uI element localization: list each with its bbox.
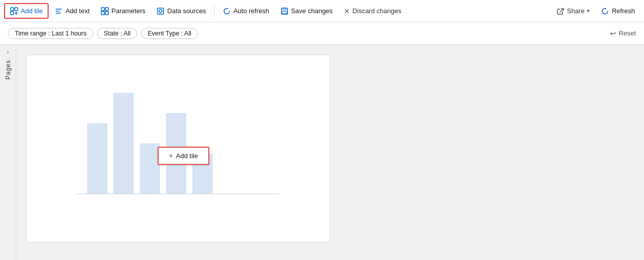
main-area: › Pages + Add tile — [0, 45, 644, 260]
auto-refresh-button[interactable]: Auto refresh — [218, 4, 274, 18]
auto-refresh-label: Auto refresh — [233, 7, 269, 15]
filter-bar: Time range : Last 1 hours State : All Ev… — [0, 22, 644, 45]
pages-label: Pages — [5, 60, 12, 80]
refresh-button[interactable]: Refresh — [596, 4, 640, 18]
share-icon — [556, 7, 565, 15]
reset-icon: ↩ — [610, 29, 616, 38]
state-label: State : All — [104, 30, 131, 37]
add-tile-overlay-button[interactable]: + Add tile — [157, 146, 209, 165]
separator-1 — [214, 5, 215, 17]
event-type-label: Event Type : All — [148, 30, 191, 37]
add-text-icon — [55, 7, 63, 15]
time-range-filter[interactable]: Time range : Last 1 hours — [8, 28, 93, 39]
dashboard-tile: + Add tile — [26, 55, 330, 242]
pages-side-panel[interactable]: › Pages — [0, 45, 16, 260]
add-tile-overlay-label: Add tile — [176, 152, 198, 160]
time-range-label: Time range : Last 1 hours — [15, 30, 87, 37]
state-filter[interactable]: State : All — [97, 28, 137, 39]
reset-label: Reset — [619, 29, 636, 37]
svg-rect-9 — [105, 8, 108, 11]
add-text-label: Add text — [65, 7, 90, 15]
svg-point-13 — [159, 10, 162, 13]
save-changes-button[interactable]: Save changes — [275, 4, 338, 18]
svg-rect-1 — [15, 8, 18, 11]
svg-rect-0 — [11, 8, 14, 11]
canvas-area: + Add tile — [16, 45, 644, 260]
share-label: Share — [567, 7, 585, 15]
data-sources-icon — [156, 7, 165, 15]
svg-rect-8 — [101, 8, 104, 11]
svg-rect-16 — [282, 12, 287, 14]
share-chevron-icon: ▾ — [587, 8, 590, 14]
parameters-icon — [101, 7, 109, 15]
add-tile-button[interactable]: Add tile — [4, 3, 49, 19]
bar-3 — [140, 143, 160, 194]
chart-bars — [77, 83, 279, 194]
event-type-filter[interactable]: Event Type : All — [141, 28, 198, 39]
discard-icon: ✕ — [344, 7, 350, 15]
add-text-button[interactable]: Add text — [50, 4, 95, 18]
discard-changes-button[interactable]: ✕ Discard changes — [339, 5, 407, 18]
svg-rect-14 — [281, 8, 288, 14]
svg-rect-10 — [101, 12, 104, 15]
main-toolbar: Add tile Add text Parameters — [0, 0, 644, 22]
svg-rect-12 — [157, 8, 164, 14]
svg-rect-2 — [11, 12, 14, 15]
save-changes-label: Save changes — [291, 7, 333, 15]
svg-line-17 — [560, 9, 564, 12]
share-button[interactable]: Share ▾ — [551, 4, 595, 18]
parameters-button[interactable]: Parameters — [96, 4, 150, 18]
discard-changes-label: Discard changes — [352, 7, 401, 15]
plus-icon: + — [169, 152, 173, 160]
toolbar-right: Share ▾ Refresh — [551, 4, 640, 18]
svg-rect-11 — [105, 12, 108, 15]
refresh-icon — [601, 7, 609, 15]
bar-1 — [87, 123, 107, 194]
add-tile-icon — [10, 7, 18, 15]
bar-2 — [113, 93, 134, 194]
add-tile-label: Add tile — [21, 7, 43, 15]
data-sources-button[interactable]: Data sources — [151, 4, 211, 18]
data-sources-label: Data sources — [167, 7, 206, 15]
reset-button[interactable]: ↩ Reset — [610, 29, 636, 38]
auto-refresh-icon — [223, 7, 231, 15]
expand-chevron-icon: › — [7, 49, 9, 56]
parameters-label: Parameters — [111, 7, 145, 15]
refresh-label: Refresh — [612, 7, 635, 15]
save-changes-icon — [280, 7, 289, 15]
